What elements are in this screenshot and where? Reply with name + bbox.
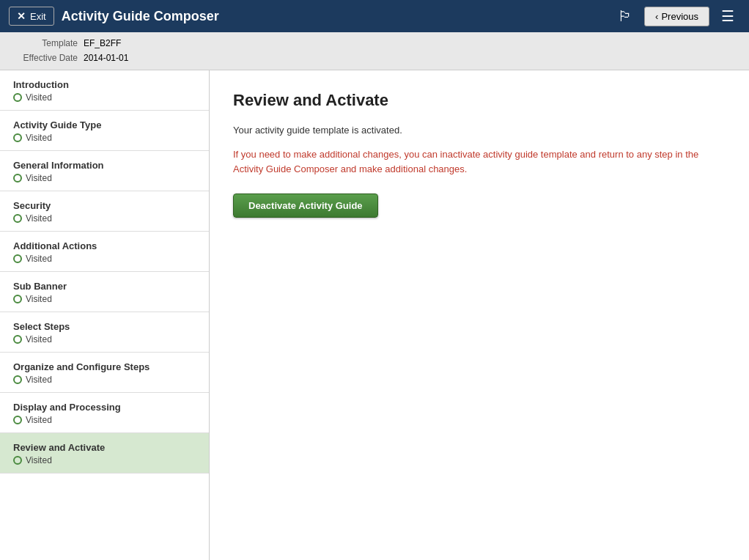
sidebar-item-introduction[interactable]: IntroductionVisited	[0, 70, 209, 111]
sidebar-item-activity-guide-type[interactable]: Activity Guide TypeVisited	[0, 111, 209, 151]
sidebar-item-title-general-information: General Information	[13, 160, 196, 171]
sidebar-item-title-review-activate: Review and Activate	[13, 442, 196, 453]
previous-button[interactable]: ‹ Previous	[644, 7, 709, 26]
sidebar-item-title-security: Security	[13, 200, 196, 211]
effective-date-row: Effective Date 2014-01-01	[12, 51, 737, 65]
sidebar-item-security[interactable]: SecurityVisited	[0, 191, 209, 232]
visited-label-additional-actions: Visited	[26, 254, 52, 264]
visited-label-review-activate: Visited	[26, 455, 52, 465]
visited-circle-icon	[13, 375, 22, 384]
deactivate-button[interactable]: Deactivate Activity Guide	[233, 194, 378, 218]
effective-date-value: 2014-01-01	[84, 51, 128, 65]
menu-button[interactable]: ☰	[715, 4, 740, 28]
sidebar-item-status-review-activate: Visited	[13, 455, 196, 465]
app-title: Activity Guide Composer	[62, 9, 605, 24]
visited-circle-icon	[13, 93, 22, 102]
sidebar-item-status-organize-configure-steps: Visited	[13, 375, 196, 385]
visited-label-organize-configure-steps: Visited	[26, 375, 52, 385]
sidebar: IntroductionVisitedActivity Guide TypeVi…	[0, 70, 210, 560]
visited-label-security: Visited	[26, 213, 52, 224]
visited-circle-icon	[13, 174, 22, 183]
sidebar-item-select-steps[interactable]: Select StepsVisited	[0, 312, 209, 353]
sidebar-item-title-display-processing: Display and Processing	[13, 402, 196, 413]
sidebar-item-title-sub-banner: Sub Banner	[13, 281, 196, 292]
header-actions: 🏳 ‹ Previous ☰	[612, 4, 740, 28]
visited-label-sub-banner: Visited	[26, 294, 52, 304]
sidebar-item-title-select-steps: Select Steps	[13, 321, 196, 332]
visited-circle-icon	[13, 254, 22, 263]
sidebar-item-general-information[interactable]: General InformationVisited	[0, 151, 209, 191]
warning-message: If you need to make additional changes, …	[233, 147, 726, 176]
sidebar-item-display-processing[interactable]: Display and ProcessingVisited	[0, 393, 209, 433]
flag-button[interactable]: 🏳	[612, 5, 638, 28]
sidebar-item-title-introduction: Introduction	[13, 79, 196, 90]
sidebar-item-status-general-information: Visited	[13, 173, 196, 183]
sidebar-item-title-activity-guide-type: Activity Guide Type	[13, 119, 196, 130]
sidebar-item-status-additional-actions: Visited	[13, 254, 196, 264]
activated-message: Your activity guide template is activate…	[233, 125, 726, 136]
visited-label-select-steps: Visited	[26, 334, 52, 345]
sidebar-item-additional-actions[interactable]: Additional ActionsVisited	[0, 232, 209, 272]
template-row: Template EF_B2FF	[12, 37, 737, 51]
visited-circle-icon	[13, 416, 22, 424]
template-label: Template	[12, 37, 78, 51]
metadata-bar: Template EF_B2FF Effective Date 2014-01-…	[0, 32, 749, 70]
sidebar-item-status-security: Visited	[13, 213, 196, 224]
sidebar-item-status-activity-guide-type: Visited	[13, 133, 196, 143]
visited-label-general-information: Visited	[26, 173, 52, 183]
content-title: Review and Activate	[233, 91, 726, 110]
exit-label: Exit	[30, 11, 46, 22]
chevron-left-icon: ‹	[655, 11, 658, 22]
visited-circle-icon	[13, 335, 22, 344]
visited-circle-icon	[13, 133, 22, 142]
effective-date-label: Effective Date	[12, 51, 78, 65]
sidebar-item-status-sub-banner: Visited	[13, 294, 196, 304]
template-value: EF_B2FF	[84, 37, 121, 51]
sidebar-item-status-introduction: Visited	[13, 92, 196, 103]
sidebar-item-status-select-steps: Visited	[13, 334, 196, 345]
sidebar-item-review-activate[interactable]: Review and ActivateVisited	[0, 433, 209, 474]
previous-label: Previous	[661, 11, 698, 22]
sidebar-item-title-organize-configure-steps: Organize and Configure Steps	[13, 361, 196, 372]
x-icon: ✕	[17, 10, 26, 22]
visited-label-display-processing: Visited	[26, 415, 52, 425]
visited-circle-icon	[13, 456, 22, 465]
sidebar-item-organize-configure-steps[interactable]: Organize and Configure StepsVisited	[0, 353, 209, 393]
visited-label-introduction: Visited	[26, 92, 52, 103]
sidebar-item-title-additional-actions: Additional Actions	[13, 240, 196, 251]
app-header: ✕ Exit Activity Guide Composer 🏳 ‹ Previ…	[0, 0, 749, 32]
sidebar-item-sub-banner[interactable]: Sub BannerVisited	[0, 272, 209, 312]
content-area: Review and Activate Your activity guide …	[210, 70, 749, 560]
visited-circle-icon	[13, 295, 22, 303]
main-layout: IntroductionVisitedActivity Guide TypeVi…	[0, 70, 749, 560]
visited-circle-icon	[13, 214, 22, 223]
sidebar-item-status-display-processing: Visited	[13, 415, 196, 425]
visited-label-activity-guide-type: Visited	[26, 133, 52, 143]
exit-button[interactable]: ✕ Exit	[9, 7, 54, 26]
